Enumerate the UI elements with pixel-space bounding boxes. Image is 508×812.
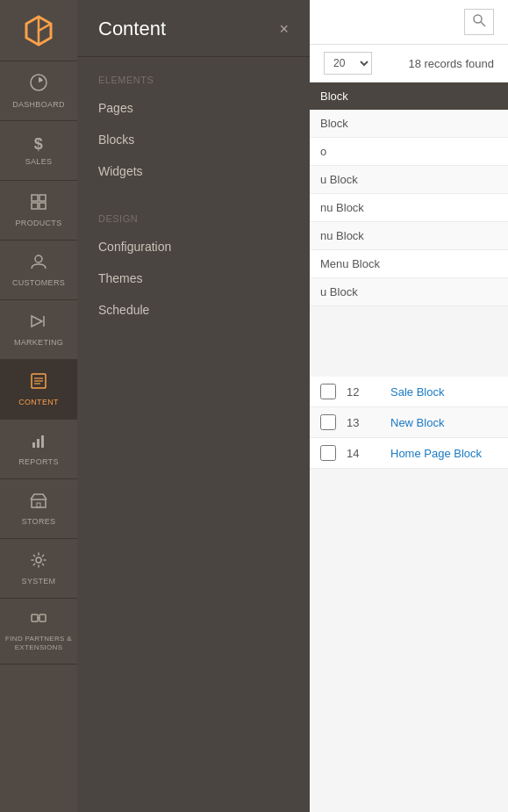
svg-line-24	[481, 22, 485, 26]
customers-icon	[30, 253, 47, 275]
table-body: Block o u Block nu Block nu Block Menu B…	[310, 110, 508, 469]
reports-icon	[30, 432, 47, 454]
table-row: u Block	[310, 278, 508, 306]
content-flyout-menu: Content × Elements Pages Blocks Widgets …	[77, 0, 310, 812]
sidebar-item-system-label: SYSTEM	[22, 577, 56, 586]
magento-logo-icon	[21, 13, 56, 48]
sidebar-item-customers[interactable]: CUSTOMERS	[0, 241, 77, 300]
svg-rect-3	[32, 195, 38, 201]
svg-rect-5	[32, 203, 38, 209]
sidebar-item-customers-label: CUSTOMERS	[12, 278, 65, 287]
products-icon	[30, 193, 47, 215]
svg-rect-14	[32, 442, 35, 448]
table-row-14: 14 Home Page Block	[310, 438, 508, 469]
svg-rect-20	[32, 614, 38, 622]
sales-icon: $	[34, 135, 43, 154]
flyout-item-configuration[interactable]: Configuration	[77, 231, 310, 262]
sidebar-item-system[interactable]: SYSTEM	[0, 539, 77, 599]
sidebar-item-partners[interactable]: FIND PARTNERS & EXTENSIONS	[0, 599, 77, 665]
table-row: o	[310, 138, 508, 166]
row-name: nu Block	[320, 229, 364, 242]
table-row: nu Block	[310, 222, 508, 250]
flyout-header: Content ×	[77, 0, 310, 57]
sidebar-item-partners-label: FIND PARTNERS & EXTENSIONS	[4, 635, 74, 653]
row-14-checkbox[interactable]	[320, 445, 336, 461]
content-icon	[30, 372, 47, 394]
dashboard-icon	[29, 73, 48, 97]
system-icon	[30, 551, 47, 573]
svg-point-19	[36, 557, 41, 563]
sidebar-item-reports-label: REPORTS	[18, 457, 58, 466]
flyout-item-widgets[interactable]: Widgets	[77, 155, 310, 187]
sidebar-item-sales-label: SALES	[25, 157, 53, 166]
sidebar-item-stores[interactable]: STORES	[0, 479, 77, 539]
partners-icon	[30, 609, 47, 631]
svg-rect-15	[37, 439, 39, 448]
svg-rect-4	[39, 195, 46, 201]
flyout-title: Content	[98, 18, 166, 40]
sidebar-item-products[interactable]: PRODUCTS	[0, 181, 77, 241]
row-14-name: Home Page Block	[390, 447, 497, 460]
flyout-elements-section-label: Elements	[77, 57, 310, 92]
table-row-12: 12 Sale Block	[310, 377, 508, 407]
table-row: nu Block	[310, 194, 508, 222]
flyout-item-schedule[interactable]: Schedule	[77, 294, 310, 326]
flyout-item-blocks[interactable]: Blocks	[77, 124, 310, 155]
flyout-design-section-label: Design	[77, 196, 310, 231]
sidebar-item-content[interactable]: CONTENT	[0, 360, 77, 420]
svg-point-7	[35, 255, 42, 262]
flyout-item-themes[interactable]: Themes	[77, 262, 310, 294]
sidebar-logo	[0, 0, 77, 61]
marketing-icon	[30, 313, 47, 334]
row-name: Block	[320, 117, 348, 130]
records-toolbar: 20 30 50 100 200 18 records found	[310, 45, 508, 83]
sidebar-item-content-label: CONTENT	[18, 398, 59, 406]
table-row-13: 13 New Block	[310, 407, 508, 438]
row-name: Menu Block	[320, 257, 380, 270]
row-12-id: 12	[347, 385, 390, 399]
per-page-select[interactable]: 20 30 50 100 200	[324, 52, 372, 75]
empty-space	[310, 306, 508, 377]
svg-marker-8	[32, 316, 42, 327]
sidebar-item-sales[interactable]: $ SALES	[0, 121, 77, 181]
row-12-name: Sale Block	[390, 385, 497, 399]
sidebar-item-products-label: PRODUCTS	[16, 219, 62, 227]
flyout-section-spacer	[77, 187, 310, 196]
sidebar-item-dashboard-label: DASHBOARD	[12, 100, 65, 109]
table-row: Block	[310, 110, 508, 138]
sidebar-item-reports[interactable]: REPORTS	[0, 420, 77, 479]
svg-rect-21	[39, 614, 46, 622]
row-name: u Block	[320, 285, 358, 298]
sidebar-item-dashboard[interactable]: DASHBOARD	[0, 61, 77, 121]
table-row: u Block	[310, 166, 508, 194]
row-13-name: New Block	[390, 416, 497, 429]
table-header: Block	[310, 83, 508, 110]
main-area: Content × Elements Pages Blocks Widgets …	[77, 0, 508, 812]
sidebar-item-marketing-label: MARKETING	[14, 338, 63, 347]
sidebar: DASHBOARD $ SALES PRODUCTS CUSTOMERS MAR…	[0, 0, 77, 812]
svg-point-23	[474, 15, 482, 23]
svg-rect-6	[39, 203, 46, 209]
search-box	[464, 9, 494, 35]
row-13-id: 13	[347, 416, 390, 429]
svg-rect-16	[41, 435, 44, 448]
search-toolbar	[310, 0, 508, 45]
sidebar-item-marketing[interactable]: MARKETING	[0, 300, 77, 360]
flyout-close-button[interactable]: ×	[279, 21, 289, 37]
content-behind: 20 30 50 100 200 18 records found Block …	[310, 0, 508, 812]
sidebar-item-stores-label: STORES	[22, 517, 56, 526]
table-header-label: Block	[320, 90, 348, 103]
search-button[interactable]	[472, 13, 486, 31]
records-count: 18 records found	[408, 57, 494, 70]
row-name: nu Block	[320, 201, 364, 214]
row-name: o	[320, 145, 326, 158]
row-14-id: 14	[347, 447, 390, 460]
row-12-checkbox[interactable]	[320, 384, 336, 399]
flyout-item-pages[interactable]: Pages	[77, 92, 310, 124]
row-name: u Block	[320, 173, 358, 186]
stores-icon	[30, 492, 47, 514]
row-13-checkbox[interactable]	[320, 414, 336, 430]
table-row: Menu Block	[310, 250, 508, 278]
